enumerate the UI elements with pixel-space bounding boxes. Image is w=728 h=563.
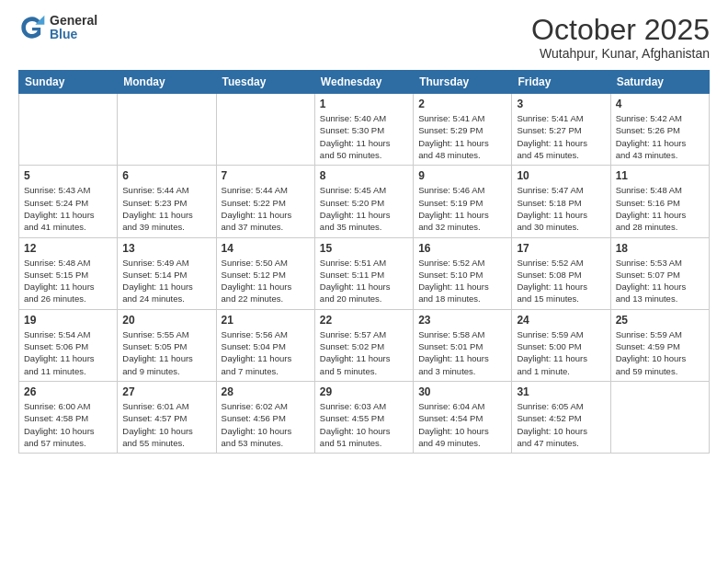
day-cell-4-6: 24Sunrise: 5:59 AM Sunset: 5:00 PM Dayli… bbox=[512, 309, 610, 381]
day-info: Sunrise: 5:48 AM Sunset: 5:16 PM Dayligh… bbox=[616, 184, 704, 233]
day-cell-3-2: 13Sunrise: 5:49 AM Sunset: 5:14 PM Dayli… bbox=[118, 237, 216, 309]
day-number: 8 bbox=[320, 169, 408, 182]
week-row-5: 26Sunrise: 6:00 AM Sunset: 4:58 PM Dayli… bbox=[19, 381, 710, 453]
day-number: 9 bbox=[418, 169, 506, 182]
day-info: Sunrise: 6:04 AM Sunset: 4:54 PM Dayligh… bbox=[418, 400, 506, 449]
day-cell-5-6: 31Sunrise: 6:05 AM Sunset: 4:52 PM Dayli… bbox=[512, 381, 610, 453]
day-number: 5 bbox=[24, 169, 112, 182]
day-cell-4-5: 23Sunrise: 5:58 AM Sunset: 5:01 PM Dayli… bbox=[414, 309, 512, 381]
day-info: Sunrise: 6:02 AM Sunset: 4:56 PM Dayligh… bbox=[222, 400, 310, 449]
day-cell-5-1: 26Sunrise: 6:00 AM Sunset: 4:58 PM Dayli… bbox=[19, 381, 118, 453]
day-number: 29 bbox=[320, 385, 408, 398]
calendar-header-row: Sunday Monday Tuesday Wednesday Thursday… bbox=[19, 71, 710, 94]
day-cell-3-4: 15Sunrise: 5:51 AM Sunset: 5:11 PM Dayli… bbox=[314, 237, 413, 309]
day-info: Sunrise: 5:48 AM Sunset: 5:15 PM Dayligh… bbox=[24, 257, 112, 305]
day-cell-2-3: 7Sunrise: 5:44 AM Sunset: 5:22 PM Daylig… bbox=[216, 166, 314, 237]
day-info: Sunrise: 5:46 AM Sunset: 5:19 PM Dayligh… bbox=[418, 184, 506, 233]
day-info: Sunrise: 5:41 AM Sunset: 5:27 PM Dayligh… bbox=[517, 112, 605, 161]
day-cell-1-3 bbox=[216, 94, 314, 166]
day-info: Sunrise: 5:55 AM Sunset: 5:05 PM Dayligh… bbox=[122, 328, 210, 377]
day-cell-5-4: 29Sunrise: 6:03 AM Sunset: 4:55 PM Dayli… bbox=[314, 381, 413, 453]
day-cell-2-1: 5Sunrise: 5:43 AM Sunset: 5:24 PM Daylig… bbox=[19, 166, 118, 237]
day-cell-5-2: 27Sunrise: 6:01 AM Sunset: 4:57 PM Dayli… bbox=[118, 381, 216, 453]
day-cell-2-4: 8Sunrise: 5:45 AM Sunset: 5:20 PM Daylig… bbox=[314, 166, 413, 237]
day-info: Sunrise: 5:43 AM Sunset: 5:24 PM Dayligh… bbox=[24, 184, 112, 233]
day-number: 6 bbox=[122, 169, 210, 182]
day-number: 26 bbox=[24, 385, 112, 398]
day-number: 24 bbox=[517, 314, 605, 327]
day-cell-5-5: 30Sunrise: 6:04 AM Sunset: 4:54 PM Dayli… bbox=[414, 381, 512, 453]
day-number: 14 bbox=[222, 242, 310, 255]
day-number: 27 bbox=[122, 385, 210, 398]
day-number: 2 bbox=[418, 98, 506, 110]
day-info: Sunrise: 5:59 AM Sunset: 4:59 PM Dayligh… bbox=[616, 328, 704, 377]
day-number: 7 bbox=[222, 169, 310, 182]
day-cell-4-2: 20Sunrise: 5:55 AM Sunset: 5:05 PM Dayli… bbox=[118, 309, 216, 381]
week-row-3: 12Sunrise: 5:48 AM Sunset: 5:15 PM Dayli… bbox=[19, 237, 710, 309]
day-info: Sunrise: 6:01 AM Sunset: 4:57 PM Dayligh… bbox=[122, 400, 210, 449]
day-info: Sunrise: 5:44 AM Sunset: 5:23 PM Dayligh… bbox=[122, 184, 210, 233]
day-cell-2-6: 10Sunrise: 5:47 AM Sunset: 5:18 PM Dayli… bbox=[512, 166, 610, 237]
day-cell-3-6: 17Sunrise: 5:52 AM Sunset: 5:08 PM Dayli… bbox=[512, 237, 610, 309]
day-number: 16 bbox=[418, 242, 506, 255]
day-cell-3-7: 18Sunrise: 5:53 AM Sunset: 5:07 PM Dayli… bbox=[610, 237, 709, 309]
day-cell-3-3: 14Sunrise: 5:50 AM Sunset: 5:12 PM Dayli… bbox=[216, 237, 314, 309]
day-cell-4-4: 22Sunrise: 5:57 AM Sunset: 5:02 PM Dayli… bbox=[314, 309, 413, 381]
day-number: 17 bbox=[517, 242, 605, 255]
col-friday: Friday bbox=[512, 71, 610, 94]
day-info: Sunrise: 5:56 AM Sunset: 5:04 PM Dayligh… bbox=[222, 328, 310, 377]
col-tuesday: Tuesday bbox=[216, 71, 314, 94]
day-number: 30 bbox=[418, 385, 506, 398]
day-number: 23 bbox=[418, 314, 506, 327]
week-row-2: 5Sunrise: 5:43 AM Sunset: 5:24 PM Daylig… bbox=[19, 166, 710, 237]
day-cell-1-4: 1Sunrise: 5:40 AM Sunset: 5:30 PM Daylig… bbox=[314, 94, 413, 166]
week-row-1: 1Sunrise: 5:40 AM Sunset: 5:30 PM Daylig… bbox=[19, 94, 710, 166]
day-number: 28 bbox=[222, 385, 310, 398]
logo-text: General Blue bbox=[50, 14, 97, 42]
day-info: Sunrise: 5:59 AM Sunset: 5:00 PM Dayligh… bbox=[517, 328, 605, 377]
day-cell-5-7 bbox=[610, 381, 709, 453]
day-info: Sunrise: 6:00 AM Sunset: 4:58 PM Dayligh… bbox=[24, 400, 112, 449]
day-info: Sunrise: 5:57 AM Sunset: 5:02 PM Dayligh… bbox=[320, 328, 408, 377]
day-number: 1 bbox=[320, 98, 408, 110]
page: General Blue October 2025 Wutahpur, Kuna… bbox=[0, 0, 728, 563]
col-saturday: Saturday bbox=[610, 71, 709, 94]
calendar-table: Sunday Monday Tuesday Wednesday Thursday… bbox=[18, 70, 710, 454]
day-number: 12 bbox=[24, 242, 112, 255]
day-cell-5-3: 28Sunrise: 6:02 AM Sunset: 4:56 PM Dayli… bbox=[216, 381, 314, 453]
day-number: 22 bbox=[320, 314, 408, 327]
day-cell-2-7: 11Sunrise: 5:48 AM Sunset: 5:16 PM Dayli… bbox=[610, 166, 709, 237]
day-number: 15 bbox=[320, 242, 408, 255]
day-info: Sunrise: 5:54 AM Sunset: 5:06 PM Dayligh… bbox=[24, 328, 112, 377]
day-cell-1-5: 2Sunrise: 5:41 AM Sunset: 5:29 PM Daylig… bbox=[414, 94, 512, 166]
logo: General Blue bbox=[18, 14, 97, 42]
day-cell-1-7: 4Sunrise: 5:42 AM Sunset: 5:26 PM Daylig… bbox=[610, 94, 709, 166]
subtitle: Wutahpur, Kunar, Afghanistan bbox=[531, 46, 710, 61]
day-info: Sunrise: 5:41 AM Sunset: 5:29 PM Dayligh… bbox=[418, 112, 506, 161]
day-cell-2-5: 9Sunrise: 5:46 AM Sunset: 5:19 PM Daylig… bbox=[414, 166, 512, 237]
day-info: Sunrise: 5:52 AM Sunset: 5:08 PM Dayligh… bbox=[517, 257, 605, 305]
col-thursday: Thursday bbox=[414, 71, 512, 94]
logo-icon bbox=[18, 14, 46, 41]
day-number: 10 bbox=[517, 169, 605, 182]
day-info: Sunrise: 5:49 AM Sunset: 5:14 PM Dayligh… bbox=[122, 257, 210, 305]
day-info: Sunrise: 5:53 AM Sunset: 5:07 PM Dayligh… bbox=[616, 257, 704, 305]
col-wednesday: Wednesday bbox=[314, 71, 413, 94]
day-info: Sunrise: 6:05 AM Sunset: 4:52 PM Dayligh… bbox=[517, 400, 605, 449]
day-cell-1-6: 3Sunrise: 5:41 AM Sunset: 5:27 PM Daylig… bbox=[512, 94, 610, 166]
logo-general-text: General bbox=[50, 14, 97, 28]
day-cell-4-1: 19Sunrise: 5:54 AM Sunset: 5:06 PM Dayli… bbox=[19, 309, 118, 381]
day-number: 19 bbox=[24, 314, 112, 327]
day-info: Sunrise: 5:50 AM Sunset: 5:12 PM Dayligh… bbox=[222, 257, 310, 305]
day-cell-1-2 bbox=[118, 94, 216, 166]
day-cell-3-5: 16Sunrise: 5:52 AM Sunset: 5:10 PM Dayli… bbox=[414, 237, 512, 309]
day-number: 11 bbox=[616, 169, 704, 182]
day-info: Sunrise: 5:44 AM Sunset: 5:22 PM Dayligh… bbox=[222, 184, 310, 233]
day-cell-4-7: 25Sunrise: 5:59 AM Sunset: 4:59 PM Dayli… bbox=[610, 309, 709, 381]
day-info: Sunrise: 5:58 AM Sunset: 5:01 PM Dayligh… bbox=[418, 328, 506, 377]
day-number: 25 bbox=[616, 314, 704, 327]
logo-blue-text: Blue bbox=[50, 28, 97, 41]
day-info: Sunrise: 5:51 AM Sunset: 5:11 PM Dayligh… bbox=[320, 257, 408, 305]
day-number: 20 bbox=[122, 314, 210, 327]
day-cell-1-1 bbox=[19, 94, 118, 166]
